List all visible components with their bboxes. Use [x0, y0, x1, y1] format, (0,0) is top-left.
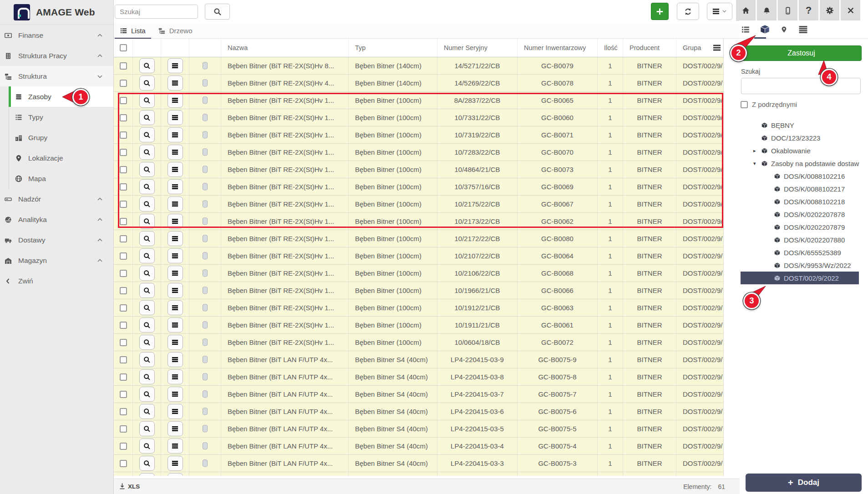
search-input[interactable] — [115, 5, 198, 19]
sidebar-item-lokalizacje[interactable]: Lokalizacje — [9, 148, 113, 168]
row-preview-button[interactable] — [139, 93, 155, 108]
row-menu-button[interactable] — [168, 404, 183, 419]
tree-item[interactable]: DOC/123/23223 — [741, 131, 859, 144]
row-menu-button[interactable] — [168, 179, 183, 194]
search-button[interactable] — [205, 4, 230, 20]
row-menu-button[interactable] — [168, 318, 183, 333]
table-row[interactable]: Bęben Bitner (BiT RE-2X(St)Hv 1... Bęben… — [114, 265, 723, 282]
sidebar-item-nadzor[interactable]: Nadzór — [0, 189, 113, 209]
header-ilosc[interactable]: Ilość — [598, 39, 623, 57]
tree-item[interactable]: DOS/K/0088102218 — [741, 195, 859, 208]
table-row[interactable]: Bęben Bitner (BiT RE-2X(St)Hv 1... Bęben… — [114, 126, 723, 144]
table-row[interactable]: Bęben Bitner (BiT RE-2X(St)Hv 1... Bęben… — [114, 299, 723, 317]
row-checkbox[interactable] — [120, 218, 127, 225]
row-preview-button[interactable] — [139, 162, 155, 177]
row-menu-button[interactable] — [168, 76, 183, 91]
row-preview-button[interactable] — [139, 214, 155, 229]
row-menu-button[interactable] — [168, 439, 183, 454]
row-checkbox[interactable] — [120, 80, 127, 87]
panel-tab-location-icon[interactable] — [779, 25, 789, 35]
row-preview-button[interactable] — [139, 456, 155, 471]
row-menu-button[interactable] — [168, 352, 183, 367]
table-row[interactable]: Bęben Bitner (BiT RE-2X(St)Hv 1... Bęben… — [114, 282, 723, 299]
row-preview-button[interactable] — [139, 318, 155, 333]
table-row[interactable]: Bęben Bitner (BiT LAN F/UTP 4x... Bęben … — [114, 386, 723, 403]
row-preview-button[interactable] — [139, 248, 155, 263]
sidebar-item-magazyn[interactable]: Magazyn — [0, 250, 113, 271]
table-row[interactable]: Bęben Bitner (BiT LAN F/UTP 4x... Bęben … — [114, 420, 723, 438]
table-row[interactable]: Bęben Bitner (BiT RE-2X(St)Hv 1... Bęben… — [114, 230, 723, 247]
row-menu-button[interactable] — [168, 456, 183, 471]
row-menu-button[interactable] — [168, 58, 183, 73]
tree-item[interactable]: DOS/K/0088102217 — [741, 182, 859, 195]
row-checkbox[interactable] — [120, 373, 127, 381]
row-preview-button[interactable] — [139, 439, 155, 454]
sidebar-item-struktura[interactable]: Struktura — [0, 66, 113, 86]
sidebar-item-typy[interactable]: Typy — [9, 107, 113, 127]
row-checkbox[interactable] — [120, 166, 127, 173]
row-menu-button[interactable] — [168, 421, 183, 436]
row-preview-button[interactable] — [139, 421, 155, 436]
table-row[interactable]: Bęben Bitner (BiT RE-2X(St)Hv 1... Bęben… — [114, 178, 723, 196]
apply-button[interactable]: Zastosuj — [741, 45, 862, 61]
row-checkbox[interactable] — [120, 97, 127, 104]
row-preview-button[interactable] — [139, 473, 155, 476]
panel-tab-table-icon[interactable] — [798, 25, 808, 35]
row-menu-button[interactable] — [168, 127, 183, 142]
bulk-actions-menu-button[interactable] — [707, 3, 732, 20]
add-button[interactable] — [651, 3, 669, 20]
row-checkbox[interactable] — [120, 443, 127, 450]
tab-lista[interactable]: Lista — [114, 23, 152, 39]
panel-tab-list-icon[interactable] — [741, 25, 751, 35]
row-checkbox[interactable] — [120, 339, 127, 346]
row-checkbox[interactable] — [120, 408, 127, 415]
mobile-button[interactable] — [778, 0, 797, 21]
row-preview-button[interactable] — [139, 335, 155, 350]
tree-item[interactable]: BĘBNY — [741, 119, 859, 131]
caret-icon[interactable]: ▸ — [753, 148, 761, 154]
sidebar-item-grupy[interactable]: Grupy — [9, 127, 113, 148]
row-menu-button[interactable] — [168, 231, 183, 246]
table-row[interactable]: Bęben Bitner (BiT RE-2X(St)Hv 4... Bęben… — [114, 75, 723, 92]
sidebar-item-zasoby[interactable]: Zasoby — [9, 86, 113, 107]
table-row[interactable] — [114, 472, 723, 476]
row-checkbox[interactable] — [120, 252, 127, 260]
row-menu-button[interactable] — [168, 369, 183, 384]
row-checkbox[interactable] — [120, 322, 127, 329]
column-config-icon[interactable] — [713, 45, 721, 51]
tree-item[interactable]: ▸ Okablowanie — [741, 144, 859, 157]
row-preview-button[interactable] — [139, 76, 155, 91]
tree-item[interactable]: DOS/K/655525389 — [741, 246, 859, 259]
row-checkbox[interactable] — [120, 270, 127, 277]
tree-item[interactable]: DOST/002/9/2022 — [741, 272, 859, 284]
sidebar-item-analityka[interactable]: Analityka — [0, 209, 113, 230]
panel-search-input[interactable] — [741, 78, 861, 94]
row-menu-button[interactable] — [168, 110, 183, 125]
row-checkbox[interactable] — [120, 183, 127, 191]
home-button[interactable] — [736, 0, 756, 21]
row-menu-button[interactable] — [168, 93, 183, 108]
caret-icon[interactable]: ▾ — [753, 161, 761, 166]
row-preview-button[interactable] — [139, 231, 155, 246]
tree-item[interactable]: DOS/K/0202207879 — [741, 221, 859, 233]
table-row[interactable]: Bęben Bitner (BiT RE-2X(St)Hv 1... Bęben… — [114, 109, 723, 126]
row-checkbox[interactable] — [120, 425, 127, 433]
table-row[interactable]: Bęben Bitner (BiT LAN F/UTP 4x... Bęben … — [114, 351, 723, 368]
tree-item[interactable]: DOS/K/0202207880 — [741, 233, 859, 246]
help-button[interactable]: ? — [799, 0, 818, 21]
row-checkbox[interactable] — [120, 460, 127, 467]
table-row[interactable]: Bęben Bitner (BiT RE-2X(St)Hv 1... Bęben… — [114, 144, 723, 161]
header-numer-inwentarzowy[interactable]: Numer Inwentarzowy — [518, 39, 598, 57]
table-row[interactable]: Bęben Bitner (BiT LAN F/UTP 4x... Bęben … — [114, 403, 723, 420]
tree-item[interactable]: DOS/K/0202207878 — [741, 208, 859, 221]
table-row[interactable]: Bęben Bitner (BiT RE-2X(St)Hv 1... Bęben… — [114, 92, 723, 109]
row-menu-button[interactable] — [168, 300, 183, 315]
export-xls-button[interactable]: XLS — [119, 483, 140, 490]
sidebar-item-zwin[interactable]: Zwiń — [0, 271, 113, 291]
row-preview-button[interactable] — [139, 127, 155, 142]
row-checkbox[interactable] — [120, 235, 127, 242]
close-button[interactable] — [841, 0, 860, 21]
tree-item[interactable]: ▾ Zasoby na podstawie dostaw — [741, 157, 859, 170]
row-menu-button[interactable] — [168, 266, 183, 281]
table-row[interactable]: Bęben Bitner (BiT LAN F/UTP 4x... Bęben … — [114, 455, 723, 472]
